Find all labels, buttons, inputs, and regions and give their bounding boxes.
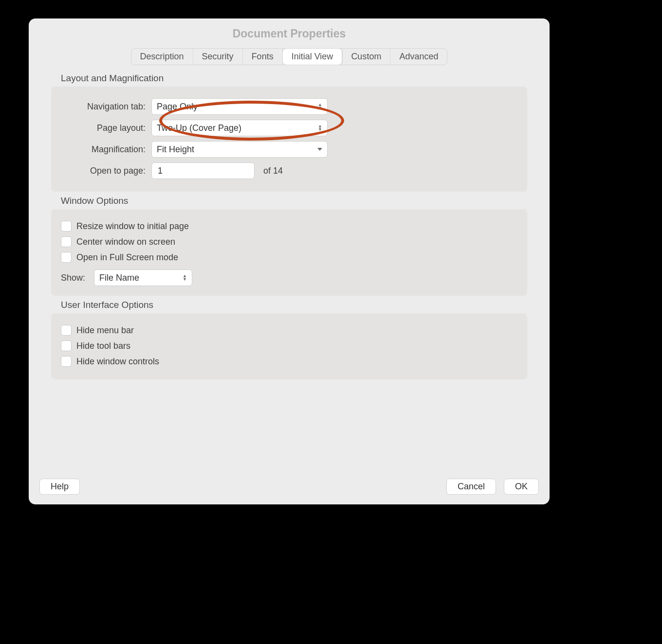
page-layout-select[interactable]: Two-Up (Cover Page) ▲▼	[151, 120, 328, 136]
cancel-button[interactable]: Cancel	[446, 479, 496, 495]
tab-description[interactable]: Description	[131, 49, 193, 65]
center-window-checkbox[interactable]	[61, 236, 72, 247]
ui-options-panel: Hide menu bar Hide tool bars Hide window…	[51, 313, 527, 379]
window-options-panel: Resize window to initial page Center win…	[51, 209, 527, 296]
window-title: Document Properties	[29, 18, 550, 48]
page-layout-label: Page layout:	[59, 123, 151, 133]
hide-menu-label: Hide menu bar	[76, 325, 134, 336]
ui-options-heading: User Interface Options	[61, 300, 536, 310]
resize-window-checkbox[interactable]	[61, 221, 72, 232]
navigation-tab-select[interactable]: Page Only ▲▼	[151, 98, 328, 115]
layout-heading: Layout and Magnification	[61, 73, 536, 84]
ok-button[interactable]: OK	[504, 479, 539, 495]
window-options-heading: Window Options	[61, 196, 536, 206]
hide-toolbars-label: Hide tool bars	[76, 341, 130, 351]
caret-down-icon	[317, 148, 322, 151]
hide-window-controls-checkbox[interactable]	[61, 356, 72, 367]
tab-custom[interactable]: Custom	[342, 49, 390, 65]
open-to-page-input[interactable]	[151, 162, 255, 179]
document-properties-window: Document Properties Description Security…	[29, 18, 550, 504]
hide-menu-checkbox[interactable]	[61, 325, 72, 336]
tab-fonts[interactable]: Fonts	[243, 49, 283, 65]
tab-initial-view[interactable]: Initial View	[283, 49, 343, 65]
navigation-tab-label: Navigation tab:	[59, 102, 151, 112]
show-value: File Name	[99, 273, 139, 283]
open-to-page-label: Open to page:	[59, 166, 151, 176]
navigation-tab-value: Page Only	[157, 102, 198, 112]
page-count-text: of 14	[263, 166, 283, 176]
magnification-combo[interactable]: Fit Height	[151, 141, 328, 158]
resize-window-label: Resize window to initial page	[76, 221, 189, 232]
layout-panel: Navigation tab: Page Only ▲▼ Page layout…	[51, 87, 527, 192]
magnification-label: Magnification:	[59, 144, 151, 155]
footer: Help Cancel OK	[39, 479, 539, 495]
tab-advanced[interactable]: Advanced	[390, 49, 447, 65]
help-button[interactable]: Help	[39, 479, 80, 495]
tab-security[interactable]: Security	[193, 49, 243, 65]
page-layout-value: Two-Up (Cover Page)	[157, 123, 241, 133]
open-to-page-field[interactable]	[157, 165, 249, 177]
center-window-label: Center window on screen	[76, 237, 175, 247]
hide-window-controls-label: Hide window controls	[76, 357, 159, 367]
show-select[interactable]: File Name ▲▼	[94, 269, 192, 286]
updown-icon: ▲▼	[314, 103, 322, 110]
fullscreen-checkbox[interactable]	[61, 252, 72, 263]
fullscreen-label: Open in Full Screen mode	[76, 252, 178, 263]
tabs: Description Security Fonts Initial View …	[131, 48, 448, 65]
updown-icon: ▲▼	[179, 274, 187, 281]
magnification-value: Fit Height	[157, 144, 194, 155]
show-label: Show:	[61, 273, 85, 283]
updown-icon: ▲▼	[314, 125, 322, 131]
hide-toolbars-checkbox[interactable]	[61, 340, 72, 351]
